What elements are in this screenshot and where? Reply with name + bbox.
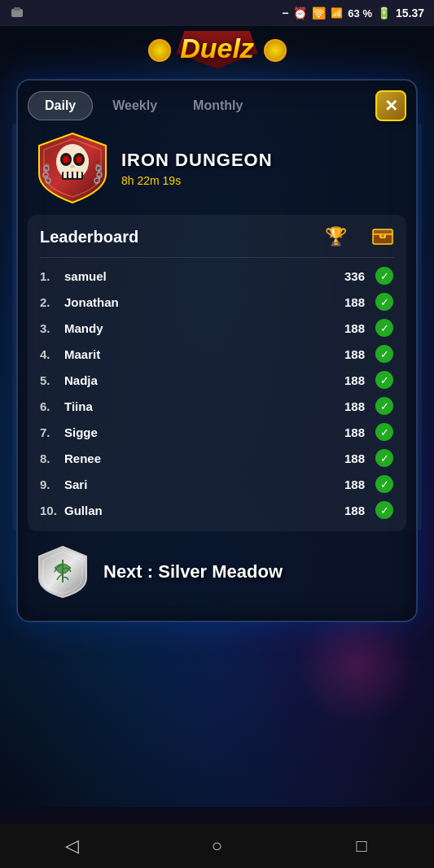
rank-number: 7. <box>40 425 64 439</box>
player-name: Nadja <box>64 373 324 387</box>
player-name: Maarit <box>64 347 324 361</box>
check-icon: ✓ <box>375 396 394 416</box>
main-modal: Daily Weekly Monthly ✕ <box>16 79 418 622</box>
svg-point-5 <box>63 156 69 164</box>
check-circle: ✓ <box>375 397 393 415</box>
svg-rect-8 <box>64 172 67 178</box>
svg-rect-19 <box>373 229 392 234</box>
signal-icon: 📶 <box>331 7 343 19</box>
dungeon-timer: 8h 22m 19s <box>121 174 400 187</box>
leaderboard-row: 7. Sigge 188 ✓ <box>40 419 394 445</box>
battery-icon: 🔋 <box>377 7 391 20</box>
player-score: 336 <box>324 269 365 283</box>
rank-number: 6. <box>40 399 64 413</box>
player-score: 188 <box>324 373 365 387</box>
leaderboard-row: 4. Maarit 188 ✓ <box>40 341 394 367</box>
dungeon-header: Iron Dungeon 8h 22m 19s <box>18 121 416 215</box>
player-name: Tiina <box>64 399 324 413</box>
next-level-label: Next : Silver Meadow <box>103 561 283 582</box>
leaderboard-row: 6. Tiina 188 ✓ <box>40 393 394 419</box>
svg-point-21 <box>381 234 384 238</box>
minus-icon: − <box>282 7 288 20</box>
logo-text: Duelz <box>156 33 278 64</box>
svg-rect-10 <box>73 172 77 178</box>
logo-container: Duelz <box>152 33 283 64</box>
rank-number: 4. <box>40 347 64 361</box>
close-button[interactable]: ✕ <box>375 90 406 121</box>
rank-number: 9. <box>40 478 64 491</box>
leaderboard-row: 5. Nadja 188 ✓ <box>40 367 394 393</box>
player-name: Jonathan <box>64 295 324 309</box>
rank-number: 5. <box>40 373 64 387</box>
player-name: Sigge <box>64 425 324 439</box>
tab-daily[interactable]: Daily <box>28 91 93 120</box>
leaderboard-row: 2. Jonathan 188 ✓ <box>40 289 394 315</box>
player-score: 188 <box>324 425 365 439</box>
svg-point-6 <box>76 156 82 164</box>
player-score: 188 <box>324 321 365 335</box>
player-name: Mandy <box>64 321 324 335</box>
rank-number: 1. <box>40 269 64 283</box>
alarm-icon: ⏰ <box>293 7 307 20</box>
check-circle: ✓ <box>375 267 393 285</box>
recent-button[interactable]: □ <box>341 826 382 866</box>
check-circle: ✓ <box>375 449 393 467</box>
battery-percentage: 63 % <box>348 7 372 20</box>
tab-bar: Daily Weekly Monthly ✕ <box>18 81 416 121</box>
trophy-icon: 🏆 <box>325 226 347 247</box>
app-icon <box>10 6 24 20</box>
check-icon: ✓ <box>375 318 394 338</box>
check-circle: ✓ <box>375 319 393 337</box>
home-button[interactable]: ○ <box>196 826 237 866</box>
leaderboard-row: 10. Gullan 188 ✓ <box>40 497 394 523</box>
player-name: samuel <box>64 269 324 283</box>
check-circle: ✓ <box>375 423 393 441</box>
check-icon: ✓ <box>375 474 394 494</box>
check-icon: ✓ <box>375 448 394 468</box>
rank-number: 8. <box>40 451 64 465</box>
time-display: 15.37 <box>396 7 424 20</box>
next-level-icon <box>34 543 91 600</box>
status-right: − ⏰ 🛜 📶 63 % 🔋 15.37 <box>282 7 424 20</box>
back-button[interactable]: ◁ <box>52 826 93 866</box>
check-icon: ✓ <box>375 422 394 442</box>
bottom-navigation: ◁ ○ □ <box>0 823 434 868</box>
leaderboard-row: 1. samuel 336 ✓ <box>40 263 394 289</box>
rank-number: 2. <box>40 295 64 309</box>
leaderboard-title: Leaderboard <box>40 228 325 246</box>
check-icon: ✓ <box>375 344 394 364</box>
rank-number: 3. <box>40 321 64 335</box>
rank-number: 10. <box>40 504 64 517</box>
player-name: Gullan <box>64 504 324 517</box>
player-score: 188 <box>324 451 365 465</box>
svg-rect-9 <box>68 172 72 178</box>
chest-icon <box>371 223 394 251</box>
leaderboard-rows: 1. samuel 336 ✓ 2. Jonathan 188 ✓ 3. Man… <box>40 263 394 523</box>
player-score: 188 <box>324 478 365 491</box>
leaderboard-row: 9. Sari 188 ✓ <box>40 471 394 497</box>
tab-monthly[interactable]: Monthly <box>177 92 259 120</box>
player-name: Renee <box>64 451 324 465</box>
wifi-icon: 🛜 <box>312 7 326 20</box>
leaderboard-row: 3. Mandy 188 ✓ <box>40 315 394 341</box>
check-icon: ✓ <box>375 266 394 286</box>
svg-rect-1 <box>14 7 20 11</box>
player-score: 188 <box>324 399 365 413</box>
tab-weekly[interactable]: Weekly <box>96 92 173 120</box>
check-icon: ✓ <box>375 292 394 312</box>
check-circle: ✓ <box>375 501 393 519</box>
check-circle: ✓ <box>375 371 393 389</box>
status-left <box>10 6 24 20</box>
status-bar: − ⏰ 🛜 📶 63 % 🔋 15.37 <box>0 0 434 26</box>
check-icon: ✓ <box>375 500 394 520</box>
leaderboard-header: Leaderboard 🏆 <box>40 223 394 258</box>
player-score: 188 <box>324 295 365 309</box>
dungeon-icon <box>34 129 112 207</box>
leaderboard-section: Leaderboard 🏆 1. samuel 336 ✓ 2. Jonat <box>28 215 406 531</box>
dungeon-info: Iron Dungeon 8h 22m 19s <box>121 150 400 187</box>
next-level-section: Next : Silver Meadow <box>18 531 416 604</box>
dungeon-name: Iron Dungeon <box>121 150 400 171</box>
player-name: Sari <box>64 478 324 491</box>
check-circle: ✓ <box>375 345 393 363</box>
leaderboard-row: 8. Renee 188 ✓ <box>40 445 394 471</box>
